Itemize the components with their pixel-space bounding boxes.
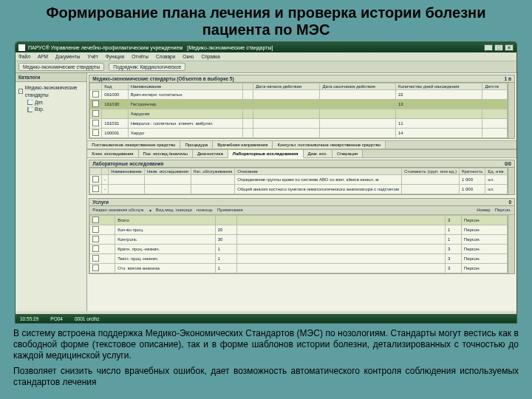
- tab-consult-drug[interactable]: Консульт. постановочное лекарственное ср…: [273, 141, 386, 149]
- status-time: 10:55:29: [20, 316, 38, 321]
- tree-root[interactable]: -Медико-экономические стандарты: [18, 84, 83, 99]
- status-cell-2: 0001 orclhz: [75, 316, 100, 321]
- tab-operation[interactable]: Операция: [332, 150, 363, 157]
- middle-tabstrip: Постановочное лекарственное средство Про…: [87, 140, 516, 149]
- toolbar-chip-contractor[interactable]: Подрядчик: Кардиологическое: [109, 63, 185, 71]
- toolbar-chip-standards[interactable]: Медико-экономические стандарты: [18, 63, 104, 71]
- status-cell-1: PO04: [50, 316, 63, 321]
- menu-functions[interactable]: Функции: [106, 54, 125, 59]
- tree-node-children[interactable]: 📄Дет.: [27, 99, 83, 106]
- tab-lab[interactable]: Лабораторные исследования: [228, 150, 304, 158]
- tab-diag2[interactable]: Диаг. исс.: [304, 150, 333, 157]
- titlebar-text-app: ПАРУС® Управление лечебно-профилактическ…: [28, 45, 183, 50]
- menu-dictionaries[interactable]: Словари: [156, 54, 175, 59]
- catalog-tree[interactable]: -Медико-экономические стандарты 📄Дет. 📄В…: [16, 82, 86, 115]
- tab-clinical[interactable]: Клин. исследования: [87, 150, 138, 157]
- menu-reports[interactable]: Отчёты: [132, 54, 149, 59]
- table-row[interactable]: Кол-во проц.201Персон.: [90, 225, 508, 235]
- services-title: Услуги: [92, 200, 109, 205]
- tab-diagnostics[interactable]: Диагностика: [193, 150, 228, 157]
- titlebar: ПАРУС® Управление лечебно-профилактическ…: [16, 42, 516, 52]
- tab-procedure[interactable]: Процедура: [180, 141, 213, 149]
- main-area: Медико-экономические стандарты (Объектов…: [87, 73, 516, 311]
- table-row[interactable]: 100001Хирург14: [90, 129, 508, 138]
- window-maximize-button[interactable]: □: [494, 44, 503, 51]
- table-row[interactable]: Отз. взятия анализа13Персон.: [90, 264, 508, 273]
- tab-indicators[interactable]: Пок. исслед./анализы: [139, 150, 193, 157]
- services-panel: Услуги 0 Раздел оказания обслуж.▾ Вид ме…: [89, 198, 515, 274]
- table-row[interactable]: 161031Невролог.: госпитальн. клинич. амб…: [90, 119, 508, 129]
- titlebar-text-doc: [Медико-экономические стандарты]: [187, 45, 273, 50]
- sidebar-head: Каталоги: [16, 73, 86, 82]
- middle-tabstrip-2: Клин. исследования Пок. исслед./анализы …: [87, 149, 516, 158]
- table-row[interactable]: -Определение группы крови по системе АВО…: [90, 175, 508, 185]
- tree-node-adults[interactable]: 📄Взр.: [27, 106, 83, 113]
- lab-grid[interactable]: Наименование Назв. исследования Кат. обс…: [89, 168, 508, 194]
- sidebar: Каталоги -Медико-экономические стандарты…: [16, 73, 87, 311]
- menubar: Файл АРМ Документы Учёт Функции Отчёты С…: [16, 52, 516, 61]
- tab-drug[interactable]: Постановочное лекарственное средство: [87, 141, 180, 149]
- slide-paragraph-2: Позволяет снизить число врачебных ошибок…: [13, 366, 519, 388]
- menu-help[interactable]: Справка: [201, 54, 220, 59]
- standards-panel-title: Медико-экономические стандарты (Объектов…: [92, 76, 233, 81]
- app-icon: [18, 44, 25, 51]
- services-count: 0: [508, 200, 511, 205]
- lab-count: 0/0: [505, 161, 511, 166]
- statusbar: 10:55:29 PO04 0001 orclhz: [16, 314, 516, 323]
- standards-panel: Медико-экономические стандарты (Объектов…: [89, 75, 515, 139]
- table-row[interactable]: Контроль301Персон.: [90, 235, 508, 245]
- scrollbar[interactable]: [508, 83, 514, 138]
- services-grid[interactable]: Всего3Персон. Кол-во проц.201Персон. Кон…: [89, 215, 508, 273]
- menu-arm[interactable]: АРМ: [38, 54, 48, 59]
- table-row[interactable]: Кратн. проц.-назнач.13Персон.: [90, 245, 508, 254]
- table-row[interactable]: 161030Гастроэнтер.13: [90, 100, 508, 109]
- table-row[interactable]: -Общий анализ костного пунктата гематоло…: [90, 185, 508, 194]
- lab-panel: Лабораторные исследования 0/0 Наименован…: [89, 160, 515, 195]
- lab-panel-title: Лабораторные исследования: [92, 161, 163, 166]
- services-columns: Раздел оказания обслуж.▾ Вид мед. помощи…: [89, 206, 514, 215]
- toolbar: Медико-экономические стандарты Подрядчик…: [16, 61, 516, 73]
- app-window: ПАРУС® Управление лечебно-профилактическ…: [15, 41, 517, 324]
- scrollbar[interactable]: [508, 168, 514, 194]
- standards-count: 1 в: [505, 76, 511, 81]
- menu-documents[interactable]: Документы: [55, 54, 81, 59]
- scrollbar[interactable]: [508, 215, 514, 273]
- window-close-button[interactable]: ✕: [505, 44, 514, 51]
- table-row[interactable]: Хирургия: [90, 109, 508, 119]
- table-row[interactable]: 061000Врач-интерн: госпитальн.22: [90, 90, 508, 100]
- table-row[interactable]: Текст. проц.-назнач.13Персон.: [90, 254, 508, 264]
- slide-title: Формирование плана лечения и проверка ис…: [13, 4, 519, 38]
- menu-file[interactable]: Файл: [18, 54, 30, 59]
- window-minimize-button[interactable]: _: [484, 44, 493, 51]
- standards-grid[interactable]: Код Наименование Дата начала действия Да…: [89, 83, 508, 138]
- tab-referral[interactable]: Врачебная направления: [213, 141, 273, 149]
- slide-paragraph-1: В систему встроена поддержка Медико-Экон…: [13, 328, 519, 361]
- menu-window[interactable]: Окно: [183, 54, 194, 59]
- table-row[interactable]: Всего3Персон.: [90, 216, 508, 225]
- menu-accounting[interactable]: Учёт: [88, 54, 98, 59]
